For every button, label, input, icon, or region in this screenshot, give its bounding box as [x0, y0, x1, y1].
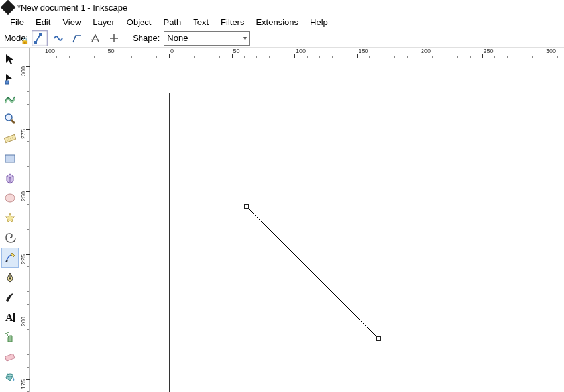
shape-label: Shape: [133, 33, 160, 43]
svg-point-3 [5, 114, 12, 121]
svg-rect-13 [5, 354, 15, 361]
chevron-down-icon: ▾ [243, 34, 247, 42]
selection-box [245, 205, 380, 340]
ruler-horizontal[interactable]: 10050050100150200250300 [30, 48, 564, 58]
tweak-icon [4, 93, 16, 105]
menu-path[interactable]: Path [157, 16, 187, 28]
tweak-tool[interactable] [1, 89, 19, 109]
title-bar: *New document 1 - Inkscape [0, 0, 564, 15]
pen-icon [4, 271, 16, 283]
box3d-icon [4, 172, 16, 184]
bucket-icon [4, 371, 16, 383]
text-tool[interactable]: A [1, 307, 19, 327]
text-icon: A [4, 311, 16, 323]
selector-tool[interactable] [1, 49, 19, 69]
svg-point-12 [7, 334, 8, 336]
tool-controls-bar: Mode: Shape: None ▾ [0, 29, 564, 48]
pencil-icon [4, 252, 16, 264]
star-icon [4, 212, 16, 224]
path-handle-start[interactable] [244, 204, 249, 209]
zoom-tool[interactable] [1, 109, 19, 128]
calligraphy-icon [4, 291, 16, 303]
mode-line-button[interactable] [69, 30, 85, 46]
menu-bar: File Edit View Layer Object Path Text Fi… [0, 15, 564, 29]
menu-text[interactable]: Text [187, 16, 215, 28]
rect-icon [4, 152, 16, 164]
3dbox-tool[interactable] [1, 168, 19, 188]
mode-paraxial-button[interactable] [87, 30, 103, 46]
calligraphy-tool[interactable] [1, 287, 19, 307]
window-title: *New document 1 - Inkscape [17, 3, 127, 13]
mode-bezier-button[interactable] [32, 30, 48, 46]
svg-rect-0 [34, 41, 37, 44]
spiro-mode-icon [53, 33, 64, 44]
canvas[interactable] [30, 58, 564, 392]
magnifier-icon [4, 113, 16, 124]
bucket-tool[interactable] [1, 367, 19, 387]
measure-tool[interactable] [1, 128, 19, 148]
node-tool[interactable] [1, 69, 19, 89]
menu-filters[interactable]: Filters [215, 16, 250, 28]
lock-icon[interactable]: 🔒 [21, 37, 28, 44]
menu-view[interactable]: View [56, 16, 87, 28]
svg-rect-2 [5, 81, 9, 84]
path-handle-end[interactable] [376, 336, 381, 341]
svg-rect-5 [5, 155, 15, 162]
inkscape-icon [1, 0, 16, 15]
paraxial-mode-icon [90, 33, 101, 44]
shape-dropdown[interactable]: None ▾ [164, 31, 250, 46]
arrow-icon [4, 53, 16, 65]
circle-icon [4, 192, 16, 204]
circle-tool[interactable] [1, 188, 19, 208]
svg-rect-9 [13, 313, 15, 322]
spiral-tool[interactable] [1, 228, 19, 248]
bezier-tool[interactable] [1, 268, 19, 287]
line-mode-icon [72, 33, 82, 44]
menu-file[interactable]: File [4, 16, 30, 28]
eraser-icon [4, 351, 16, 363]
svg-text:A: A [5, 312, 13, 323]
canvas-wrap: 10050050100150200250300 [30, 48, 564, 392]
spray-tool[interactable] [1, 327, 19, 347]
ruler-icon [4, 132, 16, 144]
menu-object[interactable]: Object [121, 16, 158, 28]
svg-rect-4 [4, 134, 15, 142]
bezier-mode-icon [34, 33, 45, 44]
menu-extensions[interactable]: Extensions [250, 16, 304, 28]
menu-layer[interactable]: Layer [87, 16, 121, 28]
svg-rect-1 [39, 33, 42, 36]
ruler-vertical[interactable]: 🔒 300275250225200175150 [19, 48, 30, 392]
star-tool[interactable] [1, 208, 19, 228]
mode-spiro-button[interactable] [50, 30, 66, 46]
spray-icon [4, 331, 16, 343]
menu-help[interactable]: Help [304, 16, 334, 28]
mode-grid-button[interactable] [106, 30, 122, 46]
toolbox: A [0, 48, 19, 392]
pencil-tool[interactable] [1, 248, 19, 268]
node-icon [4, 73, 16, 85]
svg-point-6 [5, 194, 15, 202]
menu-edit[interactable]: Edit [30, 16, 56, 28]
main-area: A 🔒 300275250225200175150 10050050100150… [0, 48, 564, 392]
rect-tool[interactable] [1, 148, 19, 168]
shape-value: None [167, 33, 188, 43]
svg-point-14 [7, 374, 13, 377]
svg-point-11 [7, 332, 9, 333]
eraser-tool[interactable] [1, 347, 19, 367]
grid-mode-icon [109, 33, 119, 44]
svg-point-10 [5, 333, 7, 334]
spiral-icon [4, 232, 16, 244]
